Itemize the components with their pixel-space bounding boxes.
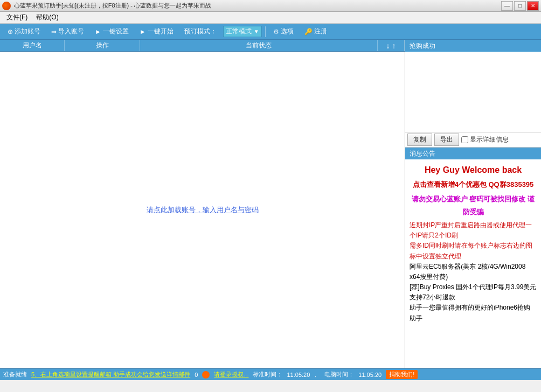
register-button[interactable]: 🔑 注册 (300, 26, 331, 37)
main-area: 用户名 操作 当前状态 ↓ ↑ 请点此加载账号，输入用户名与密码 抢购成功 复制… (0, 40, 541, 368)
toolbar-separator (265, 26, 266, 37)
snap-success-content (405, 52, 541, 132)
options-icon: ⚙ (273, 28, 279, 36)
col-arrows: ↓ ↑ (378, 40, 405, 51)
register-icon: 🔑 (304, 28, 313, 36)
show-detail-label: 显示详细信息 (470, 135, 509, 144)
notice-line-3: 请勿交易心蓝账户 密码可被找回修改 谨防受骗 (410, 193, 537, 218)
menu-file[interactable]: 文件(F) (2, 12, 32, 23)
window-controls: — □ ✕ (501, 1, 539, 11)
notice-line-7: [荐]Buy Proxies 国外1个代理IP每月3.99美元 支持72小时退款 (410, 282, 537, 303)
table-empty-hint[interactable]: 请点此加载账号，输入用户名与密码 (0, 52, 405, 368)
one-key-start-button[interactable]: ► 一键开始 (135, 26, 178, 37)
donate-button[interactable]: 捐助我们! (386, 370, 418, 379)
col-status: 当前状态 (140, 40, 378, 51)
left-panel: 用户名 操作 当前状态 ↓ ↑ 请点此加载账号，输入用户名与密码 (0, 40, 405, 368)
status-circle-icon (202, 371, 210, 379)
notice-line-2: 点击查看新增4个优惠包 QQ群3835395 (410, 178, 537, 191)
copy-button[interactable]: 复制 (407, 134, 432, 146)
std-time: 11:05:20 (287, 372, 310, 378)
settings-icon: ► (95, 28, 101, 36)
minimize-button[interactable]: — (501, 1, 513, 11)
mode-dropdown-arrow: ▼ (254, 29, 259, 34)
options-button[interactable]: ⚙ 选项 (269, 26, 298, 37)
pc-time: 11:05:20 (358, 372, 382, 378)
show-detail-checkbox[interactable]: 显示详细信息 (461, 135, 509, 144)
import-icon: ⇒ (51, 28, 57, 36)
notice-line-1: Hey Guy Welcome back (410, 163, 537, 178)
export-button[interactable]: 导出 (434, 134, 459, 146)
notice-line-8: 助手一您最值得拥有的更好的iPhone6抢购助手 (410, 303, 537, 323)
start-icon: ► (140, 28, 146, 36)
preorder-mode-label: 预订模式： (180, 26, 221, 37)
pc-time-label: 电脑时间： (324, 370, 354, 379)
add-icon: ⊕ (8, 28, 13, 36)
notice-header: 消息公告 (405, 148, 541, 159)
one-key-settings-button[interactable]: ► 一键设置 (91, 26, 133, 37)
table-header: 用户名 操作 当前状态 ↓ ↑ (0, 40, 405, 52)
mode-selector[interactable]: 正常模式 ▼ (223, 26, 262, 37)
col-username: 用户名 (0, 40, 65, 51)
status-link[interactable]: 5、右上角选项里设置提醒邮箱 助手成功会给您发送详情邮件 (31, 370, 190, 379)
menubar: 文件(F) 帮助(O) (0, 12, 541, 24)
maximize-button[interactable]: □ (514, 1, 526, 11)
add-account-link[interactable]: 请点此加载账号，输入用户名与密码 (147, 205, 259, 215)
right-panel: 抢购成功 复制 导出 显示详细信息 消息公告 Hey Guy Welcome b… (405, 40, 541, 368)
app-icon (2, 2, 11, 10)
login-text[interactable]: 请登录授权... (214, 370, 248, 379)
titlebar: 心蓝苹果预订助手[未知](未注册，按F8注册) - 心蓝数据与您一起为苹果而战 … (0, 0, 541, 12)
status-ready: 准备就绪 (3, 370, 27, 379)
notice-line-6: 阿里云EC5服务器(美东 2核/4G/Win2008 x64按里付费) (410, 262, 537, 282)
arrow-up-icon: ↑ (392, 41, 396, 50)
arrow-down-icon: ↓ (386, 41, 390, 50)
import-account-button[interactable]: ⇒ 导入账号 (47, 26, 88, 37)
std-time-label: 标准时间： (253, 370, 282, 379)
status-count: 0 (195, 372, 198, 378)
statusbar: 准备就绪 5、右上角选项里设置提醒邮箱 助手成功会给您发送详情邮件 0 请登录授… (0, 368, 541, 380)
toolbar: ⊕ 添加账号 ⇒ 导入账号 ► 一键设置 ► 一键开始 预订模式： 正常模式 ▼… (0, 24, 541, 40)
notice-line-5: 需多ID同时刷时请在每个账户标志右边的图标中设置独立代理 (410, 241, 537, 261)
snap-success-footer: 复制 导出 显示详细信息 (405, 132, 541, 147)
notice-line-4: 近期封IP严重封后重启路由器或使用代理一个IP请只2个ID刷 (410, 220, 537, 241)
add-account-button[interactable]: ⊕ 添加账号 (3, 26, 45, 37)
notice-panel: 消息公告 Hey Guy Welcome back 点击查看新增4个优惠包 QQ… (405, 148, 541, 368)
close-button[interactable]: ✕ (527, 1, 539, 11)
snap-success-panel: 抢购成功 复制 导出 显示详细信息 (405, 40, 541, 148)
show-detail-input[interactable] (461, 136, 468, 143)
window-title: 心蓝苹果预订助手[未知](未注册，按F8注册) - 心蓝数据与您一起为苹果而战 (14, 2, 501, 10)
snap-success-header: 抢购成功 (405, 40, 541, 52)
menu-help[interactable]: 帮助(O) (32, 12, 63, 23)
col-operation: 操作 (65, 40, 140, 51)
notice-content: Hey Guy Welcome back 点击查看新增4个优惠包 QQ群3835… (405, 159, 541, 368)
